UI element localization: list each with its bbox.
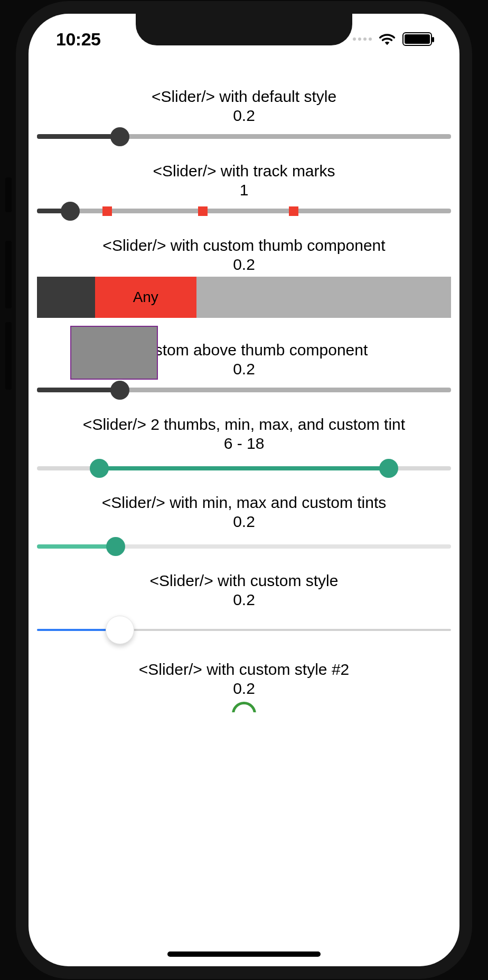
slider-section-above-thumb: th custom above thumb component 0.2 (37, 318, 451, 392)
slider-title: <Slider/> with custom style (37, 572, 451, 590)
slider-thumb[interactable] (110, 381, 129, 400)
slider-value: 0.2 (37, 256, 451, 274)
cell-signal-icon (353, 37, 372, 41)
track-mark (102, 206, 112, 216)
slider-trackmarks[interactable] (37, 209, 451, 213)
slider-section-default: <Slider/> with default style 0.2 (37, 64, 451, 139)
slider-thumb[interactable] (110, 127, 129, 146)
slider-value: 0.2 (37, 591, 451, 609)
home-indicator[interactable] (167, 951, 321, 957)
slider-track (37, 629, 451, 631)
slider-custom-style[interactable] (37, 629, 451, 631)
track-mark (289, 206, 298, 216)
slider-track-range (99, 466, 389, 470)
wifi-icon (378, 32, 396, 46)
slider-section-custom-style-2: <Slider/> with custom style #2 0.2 (37, 631, 451, 712)
slider-value: 0.2 (37, 107, 451, 125)
track-mark (198, 206, 208, 216)
above-thumb-box (70, 326, 158, 380)
slider-track (37, 544, 451, 549)
slider-default[interactable] (37, 134, 451, 139)
slider-track (37, 466, 451, 470)
slider-title: <Slider/> with custom style #2 (37, 661, 451, 679)
slider-section-tints: <Slider/> with min, max and custom tints… (37, 470, 451, 549)
slider-track: Any (37, 277, 451, 318)
slider-track (37, 209, 451, 213)
volume-down-button (5, 322, 12, 390)
slider-value: 0.2 (37, 513, 451, 531)
slider-track (37, 388, 451, 392)
slider-title: <Slider/> with min, max and custom tints (37, 494, 451, 512)
slider-title: <Slider/> with custom thumb component (37, 237, 451, 255)
slider-section-custom-style: <Slider/> with custom style 0.2 (37, 549, 451, 631)
phone-screen: 10:25 <Slider/> with default style 0.2 (29, 14, 459, 966)
battery-icon (402, 32, 432, 46)
mute-switch (5, 177, 12, 212)
slider-value: 0.2 (37, 680, 451, 698)
thumb-label: Any (133, 289, 158, 306)
notch (136, 14, 352, 45)
slider-custom-thumb[interactable]: Any (37, 277, 451, 318)
slider-track-min (37, 388, 120, 392)
slider-thumb[interactable] (106, 537, 125, 556)
phone-frame: 10:25 <Slider/> with default style 0.2 (16, 1, 472, 979)
slider-thumb-lo[interactable] (90, 459, 109, 478)
slider-value: 6 - 18 (37, 435, 451, 453)
slider-section-trackmarks: <Slider/> with track marks 1 (37, 139, 451, 213)
slider-section-two-thumbs: <Slider/> 2 thumbs, min, max, and custom… (37, 392, 451, 470)
slider-range[interactable] (37, 466, 451, 470)
slider-track (37, 134, 451, 139)
slider-track-min (37, 134, 120, 139)
slider-above-thumb[interactable] (37, 388, 451, 392)
slider-value: 1 (37, 181, 451, 199)
slider-title: <Slider/> with track marks (37, 162, 451, 180)
slider-section-custom-thumb: <Slider/> with custom thumb component 0.… (37, 213, 451, 318)
slider-track-min (37, 544, 116, 549)
slider-title: <Slider/> with default style (37, 88, 451, 106)
slider-thumb[interactable] (106, 616, 134, 644)
status-time: 10:25 (56, 29, 100, 50)
volume-up-button (5, 241, 12, 308)
slider-thumb-custom[interactable]: Any (95, 277, 196, 318)
slider-title: <Slider/> 2 thumbs, min, max, and custom… (37, 416, 451, 434)
slider-thumb[interactable] (61, 202, 80, 221)
slider-tints[interactable] (37, 544, 451, 549)
slider-thumb-arc-peek[interactable] (232, 702, 256, 712)
scroll-content[interactable]: <Slider/> with default style 0.2 <Slider… (29, 64, 459, 966)
status-right (353, 32, 432, 46)
slider-thumb-hi[interactable] (379, 459, 398, 478)
